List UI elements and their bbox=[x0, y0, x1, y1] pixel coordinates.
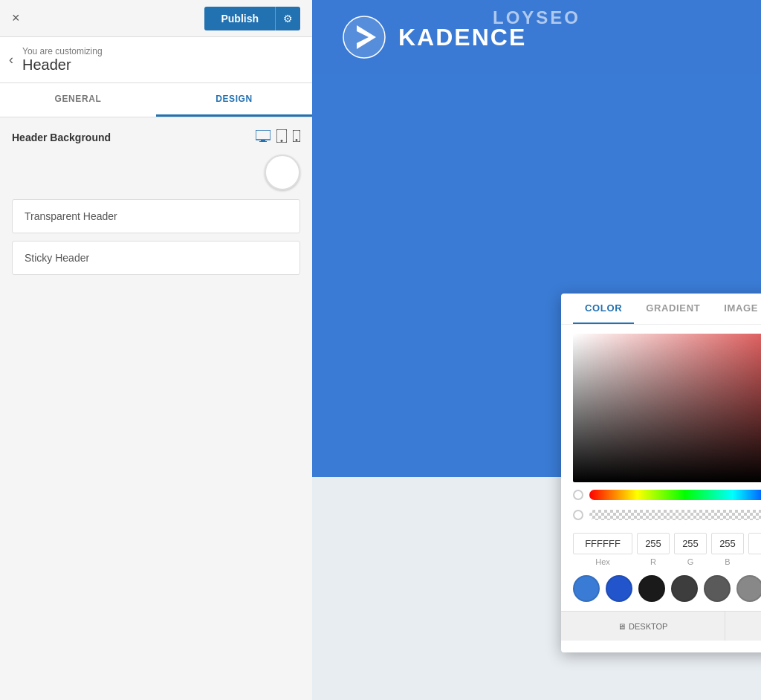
preset-swatch-darkgray[interactable] bbox=[671, 575, 698, 602]
color-labels: Hex R G B A bbox=[573, 557, 761, 566]
tab-design[interactable]: DESIGN bbox=[156, 83, 312, 117]
desktop-icon[interactable] bbox=[256, 130, 271, 145]
tabs-bar: GENERAL DESIGN bbox=[0, 83, 312, 117]
panel-content: Header Background Transparent Header Sti… bbox=[0, 117, 312, 700]
g-label: G bbox=[674, 557, 707, 566]
device-icons bbox=[256, 129, 300, 146]
bottom-tab-tablet-mobile[interactable]: 📱 TABLET / MOBILE bbox=[725, 612, 762, 641]
svg-rect-2 bbox=[259, 141, 267, 142]
tablet-icon[interactable] bbox=[276, 129, 287, 146]
desktop-tab-label: DESKTOP bbox=[629, 622, 667, 631]
desktop-tab-icon: 🖥 bbox=[618, 622, 626, 631]
sticky-header-item[interactable]: Sticky Header bbox=[12, 241, 300, 275]
customizing-label: You are customizing bbox=[22, 46, 103, 56]
r-label: R bbox=[637, 557, 670, 566]
bottom-tab-desktop[interactable]: 🖥 DESKTOP bbox=[561, 612, 725, 641]
a-label: A bbox=[748, 557, 761, 566]
picker-tab-color[interactable]: COLOR bbox=[573, 294, 634, 324]
gradient-dark-overlay bbox=[573, 334, 761, 482]
preset-swatch-gray[interactable] bbox=[704, 575, 731, 602]
back-arrow-icon[interactable]: ‹ bbox=[9, 52, 13, 68]
opacity-slider-container bbox=[573, 505, 761, 525]
a-input[interactable] bbox=[748, 533, 761, 554]
picker-tab-gradient[interactable]: GRADIENT bbox=[634, 294, 712, 324]
svg-rect-0 bbox=[256, 130, 271, 140]
preset-swatch-medgray[interactable] bbox=[736, 575, 761, 602]
g-input[interactable] bbox=[674, 533, 707, 554]
hue-slider-container bbox=[573, 490, 761, 500]
hex-label: Hex bbox=[573, 557, 632, 566]
right-area: KADENCE LOYSEO COLOR GRADIENT IMAGE bbox=[312, 0, 761, 700]
color-swatch-container bbox=[12, 155, 300, 190]
preset-swatch-black[interactable] bbox=[638, 575, 665, 602]
top-bar: × Publish ⚙ bbox=[0, 0, 312, 37]
hue-slider-thumb bbox=[573, 490, 583, 500]
publish-area: Publish ⚙ bbox=[204, 7, 300, 30]
hex-input[interactable] bbox=[573, 533, 632, 554]
color-gradient-canvas[interactable] bbox=[573, 334, 761, 482]
svg-point-4 bbox=[281, 140, 282, 142]
section-label: Header Background bbox=[12, 132, 111, 143]
breadcrumb-text: You are customizing Header bbox=[22, 46, 103, 74]
hue-slider[interactable] bbox=[589, 490, 761, 500]
color-picker-popup: COLOR GRADIENT IMAGE bbox=[561, 294, 761, 652]
section-title: Header bbox=[22, 56, 103, 74]
bottom-device-tabs: 🖥 DESKTOP 📱 TABLET / MOBILE bbox=[561, 611, 761, 641]
preset-swatches bbox=[573, 575, 761, 602]
svg-point-6 bbox=[296, 140, 297, 140]
color-swatch[interactable] bbox=[265, 155, 300, 190]
close-icon[interactable]: × bbox=[12, 10, 20, 26]
r-input[interactable] bbox=[637, 533, 670, 554]
left-panel: × Publish ⚙ ‹ You are customizing Header… bbox=[0, 0, 312, 700]
settings-button[interactable]: ⚙ bbox=[275, 7, 300, 30]
mobile-icon[interactable] bbox=[293, 130, 300, 145]
picker-tab-image[interactable]: IMAGE bbox=[712, 294, 761, 324]
publish-button[interactable]: Publish bbox=[204, 7, 275, 30]
color-inputs: ▲ ▼ bbox=[573, 533, 761, 554]
picker-tabs: COLOR GRADIENT IMAGE bbox=[561, 294, 761, 325]
header-background-section: Header Background bbox=[12, 129, 300, 146]
breadcrumb: ‹ You are customizing Header bbox=[0, 37, 312, 83]
preset-swatch-blue1[interactable] bbox=[573, 575, 600, 602]
tab-general[interactable]: GENERAL bbox=[0, 83, 156, 117]
kadence-logo-icon bbox=[342, 15, 386, 59]
svg-point-7 bbox=[343, 16, 385, 58]
b-label: B bbox=[711, 557, 744, 566]
opacity-slider[interactable] bbox=[589, 510, 761, 520]
opacity-slider-thumb-left bbox=[573, 510, 583, 520]
b-input[interactable] bbox=[711, 533, 744, 554]
preset-swatch-blue2[interactable] bbox=[606, 575, 632, 602]
transparent-header-item[interactable]: Transparent Header bbox=[12, 199, 300, 233]
loyseo-watermark: LOYSEO bbox=[493, 7, 580, 28]
svg-rect-1 bbox=[261, 140, 265, 141]
